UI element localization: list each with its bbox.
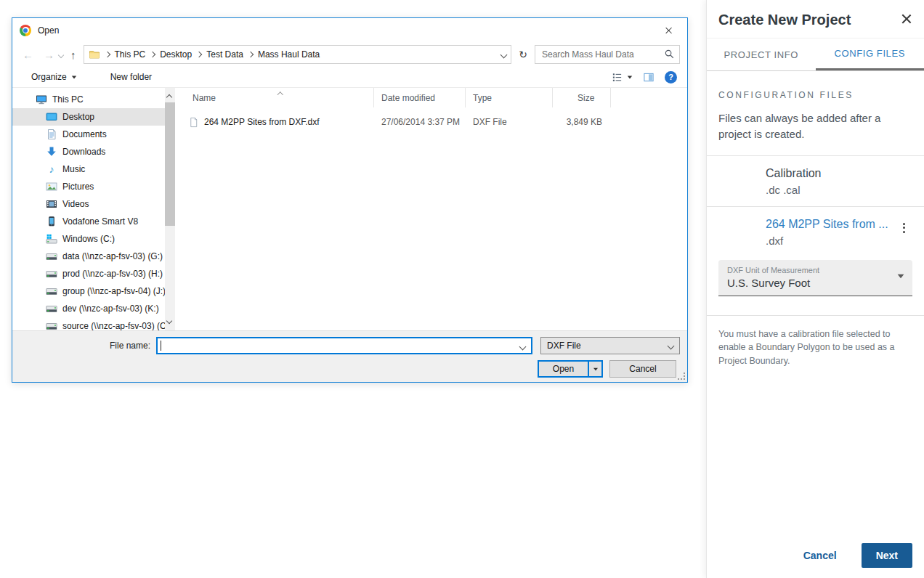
search-box[interactable] <box>535 45 680 64</box>
new-folder-label: New folder <box>110 72 152 82</box>
column-header-size[interactable]: Size <box>553 88 611 107</box>
sidebar-item-music[interactable]: ♪ Music <box>12 160 165 178</box>
chrome-icon <box>20 25 31 36</box>
column-header-type[interactable]: Type <box>466 88 553 107</box>
scroll-up-icon[interactable] <box>167 91 171 102</box>
resize-grip[interactable] <box>678 373 685 380</box>
sidebar-item-vodafone-smart-v8[interactable]: Vodafone Smart V8 <box>12 213 165 230</box>
history-dropdown-button[interactable] <box>59 49 63 60</box>
sidebar-item-label: Videos <box>62 199 89 209</box>
sidebar-item-desktop[interactable]: Desktop <box>12 108 165 126</box>
open-button[interactable]: Open <box>538 360 603 378</box>
network-drive-icon <box>46 320 57 330</box>
breadcrumb-separator-icon <box>248 52 254 57</box>
dxf-extension: .dxf <box>766 235 912 247</box>
file-icon <box>188 117 199 128</box>
dxf-file-link[interactable]: 264 M2PP Sites from ... <box>766 218 912 231</box>
phone-icon <box>46 216 57 227</box>
close-icon <box>901 13 912 25</box>
file-row[interactable]: 264 M2PP Sites from DXF.dxf 27/06/2014 3… <box>184 113 687 131</box>
address-dropdown-button[interactable] <box>501 52 506 57</box>
sidebar-item-drive-j[interactable]: group (\\nzc-ap-fsv-04) (J:) <box>12 282 165 300</box>
sidebar-item-windows-c[interactable]: Windows (C:) <box>12 230 165 248</box>
chevron-down-icon <box>898 274 904 278</box>
panel-cancel-button[interactable]: Cancel <box>799 549 841 562</box>
configuration-files-intro: Files can always be added after a projec… <box>718 110 912 155</box>
breadcrumb-separator-icon <box>150 52 155 57</box>
text-caret <box>161 341 161 351</box>
sidebar-item-label: group (\\nzc-ap-fsv-04) (J:) <box>62 286 165 296</box>
preview-pane-icon <box>643 72 654 83</box>
preview-pane-button[interactable] <box>643 72 654 83</box>
refresh-button[interactable]: ↻ <box>516 49 530 60</box>
next-button[interactable]: Next <box>862 543 912 568</box>
sidebar-item-label: Documents <box>62 129 107 139</box>
file-list-header: Name Date modified Type Size <box>184 88 687 107</box>
breadcrumb-this-pc[interactable]: This PC <box>115 49 146 60</box>
tab-project-info[interactable]: PROJECT INFO <box>707 38 816 70</box>
dialog-toolbar: Organize New folder ? <box>12 67 687 88</box>
sidebar-item-downloads[interactable]: Downloads <box>12 143 165 160</box>
column-header-date-modified[interactable]: Date modified <box>374 88 466 107</box>
file-type-select[interactable]: DXF File <box>540 337 680 354</box>
panel-close-button[interactable] <box>901 13 912 28</box>
sidebar-item-drive-k[interactable]: dev (\\nzc-ap-fsv-03) (K:) <box>12 300 165 317</box>
sidebar-scrollbar[interactable] <box>165 88 175 330</box>
organize-menu-button[interactable]: Organize <box>31 72 77 82</box>
forward-button[interactable]: → <box>41 48 57 62</box>
sidebar-item-label: dev (\\nzc-ap-fsv-03) (K:) <box>62 304 159 314</box>
windows-drive-icon <box>46 233 57 245</box>
dialog-cancel-button[interactable]: Cancel <box>609 360 676 378</box>
calibration-file-slot[interactable]: Calibration .dc .cal <box>707 156 924 206</box>
dxf-file-slot: 264 M2PP Sites from ... .dxf <box>707 207 924 257</box>
create-new-project-panel: Create New Project PROJECT INFO CONFIG F… <box>706 0 924 578</box>
dialog-footer: File name: DXF File Open Cancel <box>12 330 687 382</box>
up-button[interactable]: ↑ <box>68 48 79 62</box>
help-button[interactable]: ? <box>665 71 677 84</box>
new-folder-button[interactable]: New folder <box>110 72 152 82</box>
details-view-icon <box>612 72 623 83</box>
sort-ascending-icon <box>278 89 283 99</box>
scrollbar-thumb[interactable] <box>165 102 175 226</box>
search-icon <box>664 49 675 62</box>
sidebar-item-documents[interactable]: Documents <box>12 126 165 143</box>
breadcrumb-mass-haul-data[interactable]: Mass Haul Data <box>258 49 320 60</box>
picture-icon <box>46 181 57 192</box>
sidebar-item-videos[interactable]: Videos <box>12 195 165 213</box>
navigation-bar: ← → ↑ This PC Desktop Test Data Mass Hau… <box>12 42 687 67</box>
sidebar-item-label: Vodafone Smart V8 <box>62 216 138 227</box>
breadcrumb-desktop[interactable]: Desktop <box>160 49 192 60</box>
network-drive-icon <box>46 303 57 314</box>
dialog-close-button[interactable] <box>658 22 680 39</box>
dialog-title: Open <box>38 25 59 36</box>
sidebar-item-label: Windows (C:) <box>62 234 115 244</box>
breadcrumb-test-data[interactable]: Test Data <box>206 49 243 60</box>
tab-config-files[interactable]: CONFIG FILES <box>816 38 924 70</box>
file-name-label: File name: <box>12 341 156 351</box>
search-input[interactable] <box>540 46 665 62</box>
panel-title: Create New Project <box>718 12 851 28</box>
network-drive-icon <box>46 251 57 262</box>
change-view-button[interactable] <box>612 72 633 83</box>
dxf-unit-select[interactable]: DXF Unit of Measurement U.S. Survey Foot <box>718 260 912 296</box>
network-drive-icon <box>46 268 57 280</box>
open-file-dialog: Open ← → ↑ This PC Desktop Test Data Mas… <box>12 17 688 383</box>
address-bar[interactable]: This PC Desktop Test Data Mass Haul Data <box>84 45 512 64</box>
file-name: 264 M2PP Sites from DXF.dxf <box>204 117 320 127</box>
file-name-input[interactable] <box>156 337 532 354</box>
desktop-icon <box>46 111 57 123</box>
sidebar-item-drive-o[interactable]: source (\\nzc-ap-fsv-03) (O <box>12 317 165 330</box>
sidebar-item-pictures[interactable]: Pictures <box>12 178 165 195</box>
kebab-menu-icon[interactable] <box>901 221 907 235</box>
dialog-titlebar[interactable]: Open <box>12 18 687 42</box>
sidebar-item-drive-h[interactable]: prod (\\nzc-ap-fsv-03) (H:) <box>12 265 165 282</box>
sidebar-item-this-pc[interactable]: This PC <box>12 91 165 108</box>
file-type-value: DXF File <box>547 341 581 351</box>
network-drive-icon <box>46 285 57 297</box>
scroll-down-icon[interactable] <box>167 315 171 325</box>
file-date-modified: 27/06/2014 3:37 PM <box>374 117 466 127</box>
sidebar-item-drive-g[interactable]: data (\\nzc-ap-fsv-03) (G:) <box>12 248 165 265</box>
configuration-files-heading: CONFIGURATION FILES <box>718 90 912 100</box>
back-button[interactable]: ← <box>20 48 36 62</box>
open-options-button[interactable] <box>588 362 601 376</box>
